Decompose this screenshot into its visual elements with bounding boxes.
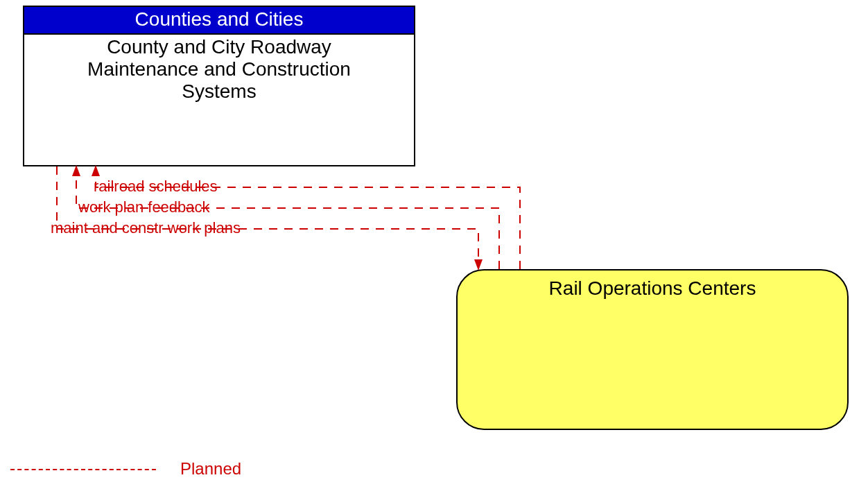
entity-box-county-city: Counties and Cities County and City Road… — [23, 6, 415, 166]
flow-label-work-plans: maint and constr work plans — [51, 219, 241, 237]
entity-body: County and City Roadway Maintenance and … — [24, 35, 414, 103]
entity-body-line: County and City Roadway — [24, 36, 414, 58]
legend-line-planned — [10, 469, 156, 470]
flow-label-feedback: work plan feedback — [78, 198, 210, 216]
legend-label-planned: Planned — [180, 459, 241, 479]
entity-title: Rail Operations Centers — [458, 271, 847, 300]
flow-label-schedules: railroad schedules — [94, 178, 218, 196]
entity-body-line: Maintenance and Construction — [24, 58, 414, 80]
entity-box-rail-ops: Rail Operations Centers — [456, 269, 849, 430]
entity-body-line: Systems — [24, 80, 414, 103]
entity-header: Counties and Cities — [24, 7, 414, 35]
